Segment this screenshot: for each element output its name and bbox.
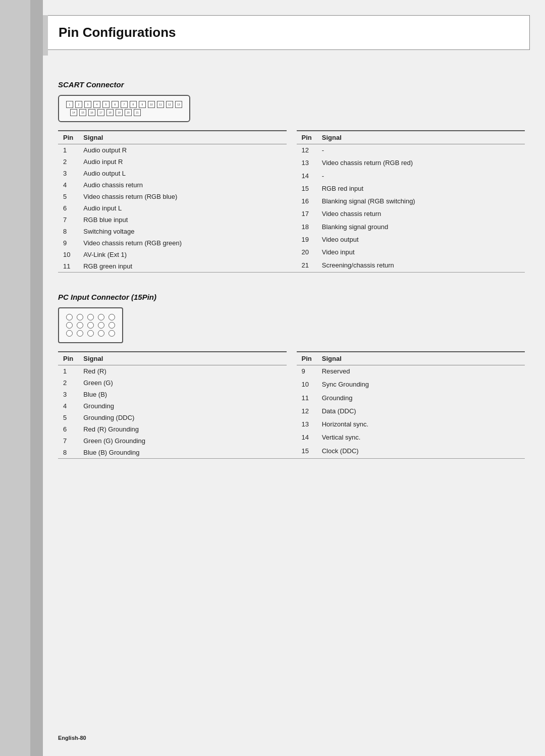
pc-connector-diagram [58, 307, 123, 343]
table-row: 2Green (G) [58, 377, 287, 389]
pin-signal: AV-Link (Ext 1) [78, 249, 286, 260]
pc-table-divider [287, 351, 297, 458]
pin-number: 10 [58, 249, 78, 260]
pc-pin-10 [108, 322, 115, 329]
pin-number: 6 [58, 423, 78, 435]
scart-table-section: Pin Signal 1Audio output R2Audio input R… [58, 130, 525, 273]
pin-signal: Horizontal sync. [317, 418, 525, 431]
pin-number: 14 [297, 170, 317, 183]
pin-number: 20 [297, 246, 317, 259]
scart-pin-18: 18 [106, 109, 114, 116]
pin-number: 7 [58, 435, 78, 447]
scart-pin-8: 8 [130, 101, 137, 108]
pin-signal: Blanking signal ground [317, 221, 525, 234]
title-bar: Pin Configurations [43, 15, 530, 50]
table-row: 11RGB green input [58, 260, 287, 272]
pc-right-signal-header: Signal [317, 352, 525, 365]
scart-pin-14: 14 [70, 109, 77, 116]
pin-signal: RGB red input [317, 183, 525, 195]
scart-right-table: Pin Signal 12-13Video chassis return (RG… [297, 130, 525, 272]
table-row: 15RGB red input [297, 183, 525, 195]
table-row: 8Blue (B) Grounding [58, 447, 287, 458]
pin-signal: Data (DDC) [317, 405, 525, 418]
pin-number: 4 [58, 400, 78, 412]
pc-pin-8 [87, 322, 94, 329]
pc-left-table: Pin Signal 1Red (R)2Green (G)3Blue (B)4G… [58, 351, 287, 458]
pin-signal: Green (G) Grounding [78, 435, 286, 447]
scart-pin-10: 10 [148, 101, 155, 108]
pin-signal: Sync Grounding [317, 379, 525, 392]
table-row: 7Green (G) Grounding [58, 435, 287, 447]
scart-pin-15: 15 [79, 109, 86, 116]
pin-number: 6 [58, 202, 78, 214]
table-row: 11Grounding [297, 392, 525, 405]
table-row: 8Switching voltage [58, 226, 287, 237]
pin-signal: Video output [317, 234, 525, 246]
pin-signal: Screening/chassis return [317, 259, 525, 272]
pin-signal: Red (R) [78, 365, 286, 377]
pin-number: 2 [58, 377, 78, 389]
table-row: 4Audio chassis return [58, 179, 287, 191]
pc-pin-6 [66, 322, 73, 329]
pin-signal: - [317, 144, 525, 157]
pc-table-container: Pin Signal 1Red (R)2Green (G)3Blue (B)4G… [58, 351, 525, 458]
scart-pin-6: 6 [112, 101, 119, 108]
pin-number: 16 [297, 195, 317, 208]
scart-row-1: 1 2 3 4 5 6 7 8 9 10 11 12 13 [66, 101, 182, 108]
pc-table-section: Pin Signal 1Red (R)2Green (G)3Blue (B)4G… [58, 351, 525, 459]
scart-pin-1: 1 [66, 101, 73, 108]
pc-section-title: PC Input Connector (15Pin) [58, 293, 525, 301]
pin-number: 15 [297, 445, 317, 458]
pin-number: 14 [297, 431, 317, 445]
pin-signal: Audio chassis return [78, 179, 286, 191]
pc-pin-14 [98, 330, 104, 337]
pin-number: 12 [297, 405, 317, 418]
pin-signal: Switching voltage [78, 226, 286, 237]
pin-number: 21 [297, 259, 317, 272]
pin-signal: Audio output L [78, 168, 286, 179]
pin-signal: RGB blue input [78, 214, 286, 226]
pin-signal: Video chassis return (RGB red) [317, 157, 525, 170]
scart-row-2: 14 15 16 17 18 19 20 21 [70, 109, 182, 116]
table-row: 12- [297, 144, 525, 157]
table-row: 14- [297, 170, 525, 183]
table-row: 3Blue (B) [58, 389, 287, 400]
scart-pin-7: 7 [121, 101, 128, 108]
scart-pin-16: 16 [88, 109, 95, 116]
table-row: 10AV-Link (Ext 1) [58, 249, 287, 260]
scart-pin-20: 20 [125, 109, 132, 116]
pin-number: 5 [58, 412, 78, 423]
table-row: 18Blanking signal ground [297, 221, 525, 234]
pc-pin-1 [66, 314, 73, 320]
scart-section-title: SCART Connector [58, 80, 525, 89]
table-row: 10Sync Grounding [297, 379, 525, 392]
pin-signal: RGB green input [78, 260, 286, 272]
table-row: 14Vertical sync. [297, 431, 525, 445]
scart-left-table: Pin Signal 1Audio output R2Audio input R… [58, 130, 287, 272]
scart-connector-diagram: 1 2 3 4 5 6 7 8 9 10 11 12 13 14 15 [58, 95, 190, 122]
pin-number: 19 [297, 234, 317, 246]
pc-pin-7 [77, 322, 83, 329]
pc-row-3 [66, 330, 115, 337]
pin-number: 1 [58, 365, 78, 377]
table-row: 6Red (R) Grounding [58, 423, 287, 435]
table-row: 4Grounding [58, 400, 287, 412]
pin-number: 13 [297, 157, 317, 170]
pin-signal: Clock (DDC) [317, 445, 525, 458]
pin-signal: Video chassis return (RGB blue) [78, 191, 286, 202]
scart-pin-12: 12 [166, 101, 173, 108]
table-row: 21Screening/chassis return [297, 259, 525, 272]
pin-number: 17 [297, 208, 317, 221]
pc-right-table: Pin Signal 9Reserved10Sync Grounding11Gr… [297, 351, 525, 458]
scart-left-pin-header: Pin [58, 131, 78, 144]
pin-signal: Vertical sync. [317, 431, 525, 445]
table-row: 20Video input [297, 246, 525, 259]
pin-number: 3 [58, 389, 78, 400]
table-row: 13Horizontal sync. [297, 418, 525, 431]
scart-pin-2: 2 [75, 101, 82, 108]
pin-number: 9 [58, 237, 78, 249]
scart-pin-9: 9 [139, 101, 146, 108]
pin-signal: Audio input L [78, 202, 286, 214]
footer-note: English-80 [58, 735, 86, 741]
table-row: 16Blanking signal (RGB switching) [297, 195, 525, 208]
